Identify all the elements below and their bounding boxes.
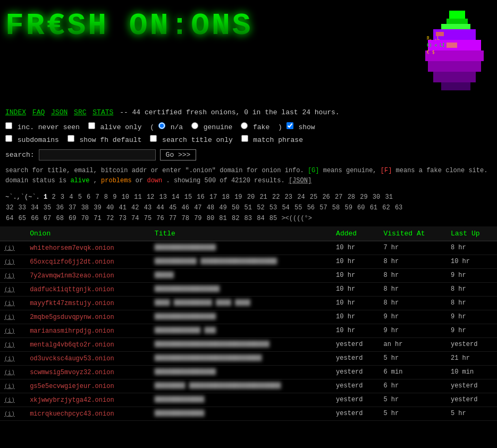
page-78[interactable]: 78 <box>182 215 189 222</box>
page-15[interactable]: 15 <box>184 193 192 201</box>
page-77[interactable]: 77 <box>169 215 176 222</box>
radio-na[interactable] <box>158 122 165 129</box>
page-13[interactable]: 13 <box>159 193 167 201</box>
onion-link[interactable]: 65oxcqizfo6jj2dt.onion <box>30 258 114 266</box>
page-69[interactable]: 69 <box>69 215 76 222</box>
page-30[interactable]: 30 <box>373 193 380 201</box>
page-11[interactable]: 11 <box>134 193 141 201</box>
page-37[interactable]: 37 <box>69 204 76 212</box>
page-55[interactable]: 55 <box>294 204 302 212</box>
page-74[interactable]: 74 <box>131 215 139 222</box>
onion-link[interactable]: od3uvcksc4augv53.onion <box>30 355 114 362</box>
info-link[interactable]: (i) <box>4 397 15 403</box>
opt-match-phrase[interactable]: match phrase <box>241 136 303 144</box>
search-title-only-checkbox[interactable] <box>150 135 157 142</box>
page-50[interactable]: 50 <box>232 204 239 212</box>
info-link[interactable]: (i) <box>4 369 15 376</box>
page-40[interactable]: 40 <box>106 204 114 212</box>
page-31[interactable]: 31 <box>385 193 392 201</box>
info-link[interactable]: (i) <box>4 383 15 390</box>
page-10[interactable]: 10 <box>122 193 129 201</box>
opt-show-fh-default[interactable]: show fh default <box>68 136 146 144</box>
page-49[interactable]: 49 <box>219 204 226 212</box>
info-link[interactable]: (i) <box>4 300 15 307</box>
page-66[interactable]: 66 <box>31 215 38 222</box>
page-18[interactable]: 18 <box>222 193 230 201</box>
page-39[interactable]: 39 <box>94 204 101 212</box>
nav-json[interactable]: JSON <box>51 108 68 116</box>
info-link[interactable]: (i) <box>4 259 15 265</box>
page-82[interactable]: 82 <box>232 215 239 222</box>
page-76[interactable]: 76 <box>156 215 164 222</box>
page-61[interactable]: 61 <box>370 204 377 212</box>
page-48[interactable]: 48 <box>207 204 214 212</box>
onion-link[interactable]: scwmwsig5mvoyz32.onion <box>30 369 114 376</box>
show-checkbox[interactable] <box>287 122 293 129</box>
page-36[interactable]: 36 <box>56 204 63 212</box>
page-17[interactable]: 17 <box>209 193 217 201</box>
page-7[interactable]: 7 <box>95 193 99 201</box>
page-44[interactable]: 44 <box>156 204 164 212</box>
page-41[interactable]: 41 <box>119 204 126 212</box>
page-75[interactable]: 75 <box>144 215 151 222</box>
onion-link[interactable]: mentalg4vb6qto2r.onion <box>30 341 114 349</box>
opt-radio-fake[interactable]: fake <box>241 123 274 131</box>
page-79[interactable]: 79 <box>194 215 201 222</box>
info-link[interactable]: (i) <box>4 286 15 293</box>
onion-link[interactable]: xkjwwybrzjytga42.onion <box>30 396 114 404</box>
opt-subdomains[interactable]: subdomains <box>5 136 63 144</box>
nav-index[interactable]: INDEX <box>5 108 26 116</box>
info-link[interactable]: (i) <box>4 411 15 417</box>
opt-alive-only[interactable]: alive only <box>88 123 146 131</box>
alive-only-checkbox[interactable] <box>88 122 95 129</box>
nav-stats[interactable]: STATS <box>92 108 113 116</box>
page-23[interactable]: 23 <box>285 193 292 201</box>
page-9[interactable]: 9 <box>113 193 116 201</box>
radio-fake[interactable] <box>241 122 248 129</box>
page-33[interactable]: 33 <box>19 204 26 212</box>
page-19[interactable]: 19 <box>234 193 242 201</box>
page-51[interactable]: 51 <box>245 204 252 212</box>
info-link[interactable]: (i) <box>4 342 15 348</box>
page-46[interactable]: 46 <box>182 204 189 212</box>
opt-radio-genuine[interactable]: genuine <box>191 123 237 131</box>
page-38[interactable]: 38 <box>81 204 89 212</box>
page-5[interactable]: 5 <box>78 193 82 201</box>
page-3[interactable]: 3 <box>61 193 64 201</box>
page-47[interactable]: 47 <box>194 204 201 212</box>
page-14[interactable]: 14 <box>172 193 179 201</box>
page-80[interactable]: 80 <box>207 215 214 222</box>
search-button[interactable]: Go >>> <box>160 149 197 160</box>
page-12[interactable]: 12 <box>147 193 154 201</box>
radio-genuine[interactable] <box>191 122 198 129</box>
page-45[interactable]: 45 <box>169 204 176 212</box>
page-6[interactable]: 6 <box>87 193 90 201</box>
onion-link[interactable]: whitehorsem7evqk.onion <box>30 244 114 252</box>
inc-never-seen-checkbox[interactable] <box>5 122 12 129</box>
info-link[interactable]: (i) <box>4 245 15 251</box>
page-8[interactable]: 8 <box>104 193 108 201</box>
page-58[interactable]: 58 <box>332 204 340 212</box>
page-35[interactable]: 35 <box>44 204 51 212</box>
search-input[interactable] <box>39 149 156 160</box>
nav-src[interactable]: SRC <box>74 108 86 116</box>
page-32[interactable]: 32 <box>6 204 13 212</box>
page-72[interactable]: 72 <box>106 215 114 222</box>
page-21[interactable]: 21 <box>259 193 267 201</box>
onion-link[interactable]: marianasmihrpdjg.onion <box>30 327 114 335</box>
onion-link[interactable]: 2mqbe5gsduvqpynw.onion <box>30 314 114 321</box>
page-64[interactable]: 64 <box>6 215 13 222</box>
page-4[interactable]: 4 <box>69 193 73 201</box>
opt-radio-na[interactable]: n/a <box>158 123 187 131</box>
onion-link[interactable]: micrqkuechpcyc43.onion <box>30 410 114 418</box>
page-24[interactable]: 24 <box>297 193 305 201</box>
page-67[interactable]: 67 <box>44 215 51 222</box>
page-62[interactable]: 62 <box>382 204 390 212</box>
opt-search-title-only[interactable]: search title only <box>150 136 237 144</box>
info-link[interactable]: (i) <box>4 328 15 334</box>
page-83[interactable]: 83 <box>245 215 252 222</box>
page-70[interactable]: 70 <box>81 215 89 222</box>
page-26[interactable]: 26 <box>322 193 330 201</box>
onion-link[interactable]: dadfuck1iqttgnjk.onion <box>30 286 114 293</box>
info-link[interactable]: (i) <box>4 273 15 279</box>
